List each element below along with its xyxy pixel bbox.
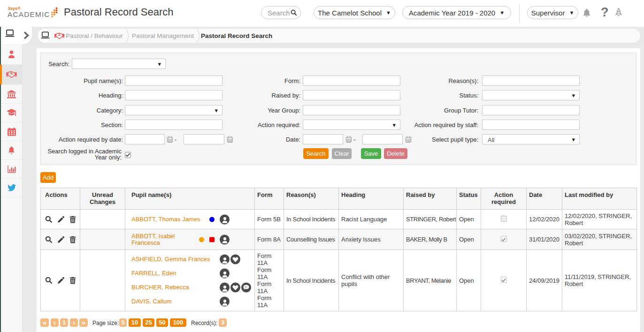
svg-text:A: A	[245, 286, 246, 288]
